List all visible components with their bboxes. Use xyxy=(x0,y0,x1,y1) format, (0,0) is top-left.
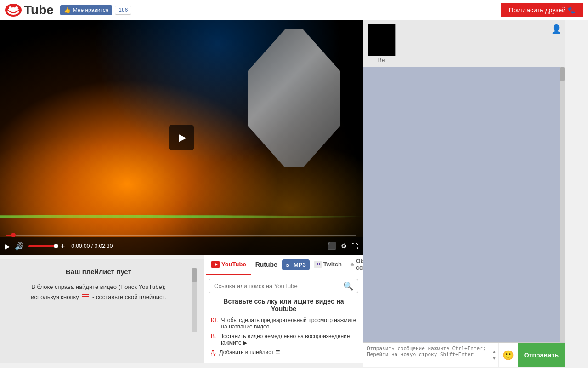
settings-icon[interactable]: ⚙ xyxy=(341,242,347,250)
tab-mp3[interactable]: В MP3 xyxy=(282,259,310,270)
logo-smile-icon xyxy=(5,3,22,17)
instr-text-1: Чтобы сделать предварительный просмотр н… xyxy=(221,317,356,330)
svg-rect-6 xyxy=(82,299,89,299)
chat-scrollbar[interactable] xyxy=(560,67,565,342)
twitch-icon xyxy=(314,261,322,268)
tab-mp3-label: MP3 xyxy=(294,261,306,268)
chat-input[interactable] xyxy=(363,343,498,366)
like-label: Мне нравится xyxy=(73,7,109,13)
playlist-title: Ваш плейлист пуст xyxy=(66,268,131,276)
tab-rutube[interactable]: Rutube xyxy=(252,255,281,275)
svg-rect-13 xyxy=(319,263,320,264)
search-input[interactable] xyxy=(209,279,339,293)
instr-icon-2: В. xyxy=(211,333,216,339)
main-layout: ▶ 🔊 + 0:00:00 / 0:02:30 ⬛ ⚙ ⛶ xyxy=(0,20,588,367)
controls-bar: ▶ 🔊 + 0:00:00 / 0:02:30 ⬛ ⚙ ⛶ xyxy=(0,237,363,255)
chat-scrollbar-thumb[interactable] xyxy=(560,67,565,81)
search-area: 🔍 xyxy=(204,275,363,293)
volume-slider[interactable] xyxy=(28,245,56,247)
header: Tube 👍 Мне нравится 186 Пригласить друзе… xyxy=(0,0,588,20)
tab-twitch-label: Twitch xyxy=(323,261,342,268)
fullscreen-icon[interactable]: ⛶ xyxy=(351,242,358,250)
progress-track[interactable] xyxy=(6,235,356,236)
svg-rect-4 xyxy=(82,294,89,295)
play-pause-button[interactable]: ▶ xyxy=(5,242,10,251)
instruction-area: Вставьте ссылку или ищите видео на Youtu… xyxy=(204,293,363,363)
instr-text-2: Поставить видео немедленно на воспроизве… xyxy=(219,333,356,346)
logo: Tube xyxy=(5,3,54,17)
user-avatar xyxy=(368,24,396,56)
playlist-desc-line1: В блоке справа найдите видео (Поиск YouT… xyxy=(31,283,165,290)
search-button[interactable]: 🔍 xyxy=(339,281,358,291)
logo-icon xyxy=(5,3,22,17)
svg-rect-5 xyxy=(82,296,89,297)
instr-icon-1: Ю. xyxy=(211,317,218,323)
time-total: 0:02:30 xyxy=(94,243,113,249)
invite-button[interactable]: Пригласить друзей 🐾 xyxy=(501,3,583,17)
time-display: 0:00:00 / 0:02:30 xyxy=(71,243,113,249)
instruction-title: Вставьте ссылку или ищите видео на Youtu… xyxy=(211,298,356,312)
youtube-icon xyxy=(211,261,220,268)
volume-button[interactable]: 🔊 xyxy=(15,242,24,251)
playlist-scrollbar[interactable] xyxy=(192,268,197,332)
playlist-panel: Ваш плейлист пуст В блоке справа найдите… xyxy=(0,259,204,363)
input-arrow-down[interactable]: ▼ xyxy=(492,355,497,362)
playlist-desc-line2: используя кнопку xyxy=(31,293,79,300)
right-column: Вы 👤 ▲ ▼ 🙂 Отправить xyxy=(363,20,565,367)
tab-youtube-label: YouTube xyxy=(221,261,246,268)
emoji-button[interactable]: 🙂 xyxy=(498,343,518,367)
play-button[interactable] xyxy=(169,125,194,150)
instruction-line-3: Д. Добавить в плейлист ☰ xyxy=(211,349,356,356)
logo-text: Tube xyxy=(24,3,54,17)
instr-icon-3: Д. xyxy=(211,349,216,356)
right-section: YouTube Rutube В MP3 Twitch xyxy=(204,255,363,363)
fullscreen-mini-button[interactable]: + xyxy=(61,242,65,250)
tab-twitch[interactable]: Twitch xyxy=(311,255,345,275)
user-profile-icon[interactable]: 👤 xyxy=(551,24,561,34)
input-arrow-up[interactable]: ▲ xyxy=(492,349,497,355)
send-button[interactable]: Отправить xyxy=(518,343,565,367)
tab-rutube-label: Rutube xyxy=(255,261,277,268)
svg-rect-12 xyxy=(317,263,318,264)
left-column: ▶ 🔊 + 0:00:00 / 0:02:30 ⬛ ⚙ ⛶ xyxy=(0,20,363,367)
chat-input-area: ▲ ▼ 🙂 Отправить xyxy=(363,342,565,367)
chat-input-arrows: ▲ ▼ xyxy=(491,343,498,367)
chapters-icon[interactable]: ⬛ xyxy=(328,242,336,250)
tabs-row: YouTube Rutube В MP3 Twitch xyxy=(204,255,363,275)
playlist-list-icon xyxy=(82,293,89,303)
like-button[interactable]: 👍 Мне нравится xyxy=(60,5,113,15)
user-label: Вы xyxy=(378,57,386,63)
like-count: 186 xyxy=(115,6,131,15)
user-area: Вы 👤 xyxy=(363,20,565,67)
playlist-description: В блоке справа найдите видео (Поиск YouT… xyxy=(31,282,166,303)
playlist-desc-line3: - составьте свой плейлист. xyxy=(92,293,166,300)
time-current: 0:00:00 xyxy=(71,243,90,249)
tab-youtube[interactable]: YouTube xyxy=(206,255,251,275)
bottom-row: Ваш плейлист пуст В блоке справа найдите… xyxy=(0,255,363,363)
video-player[interactable]: ▶ 🔊 + 0:00:00 / 0:02:30 ⬛ ⚙ ⛶ xyxy=(0,20,363,255)
svg-point-3 xyxy=(15,6,18,9)
progress-bar-area[interactable] xyxy=(0,235,363,236)
like-icon: 👍 xyxy=(64,7,71,13)
vk-mp3-icon: В xyxy=(286,262,292,268)
chat-messages-area xyxy=(363,67,565,342)
cloud-icon xyxy=(350,261,354,268)
svg-text:В: В xyxy=(286,263,289,268)
chat-input-wrap: ▲ ▼ xyxy=(363,343,498,367)
instr-text-3: Добавить в плейлист ☰ xyxy=(219,349,280,356)
svg-point-2 xyxy=(9,6,11,9)
instruction-line-1: Ю. Чтобы сделать предварительный просмот… xyxy=(211,317,356,330)
instruction-line-2: В. Поставить видео немедленно на воспрои… xyxy=(211,333,356,346)
search-box: 🔍 xyxy=(209,279,358,293)
